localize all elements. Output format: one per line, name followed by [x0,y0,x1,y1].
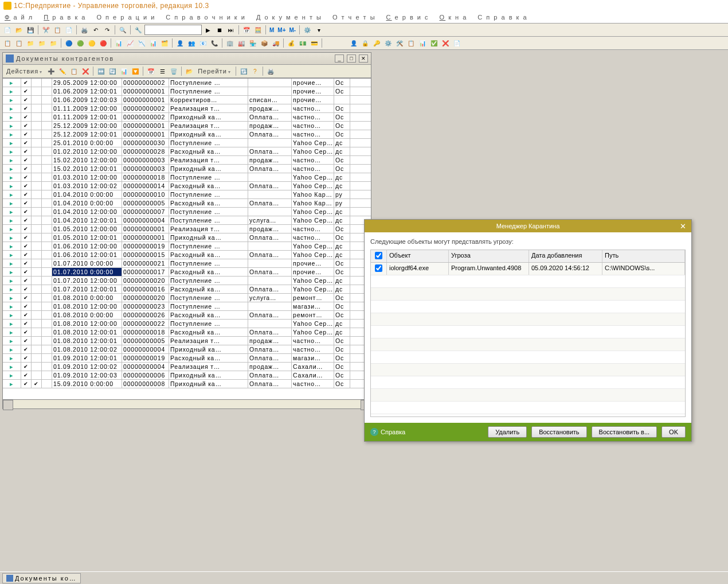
undo-icon[interactable]: ↶ [91,25,101,35]
table-row[interactable]: ▸✔01.08.2010 12:00:0100000000018Расходны… [3,328,371,337]
menu-windows[interactable]: О к н а [440,14,468,21]
tb2-10[interactable]: 📊 [113,38,124,48]
goto-dropdown[interactable]: Перейти [195,68,233,75]
tb2-31[interactable]: 🛠️ [394,38,405,48]
dtb-period-icon[interactable]: 📅 [146,66,156,76]
tb2-30[interactable]: ⚙️ [383,38,393,48]
tb2-29[interactable]: 🔑 [371,38,382,48]
table-row[interactable]: ▸✔01.08.2010 12:00:0000000000023Поступле… [3,302,371,311]
combo[interactable] [144,25,202,35]
dtb-filter-icon[interactable]: 📊 [119,66,129,76]
help-link[interactable]: ? Справка [370,428,405,436]
restore-to-button[interactable]: Восстановить в... [592,426,657,438]
table-row[interactable]: ▸✔01.08.2010 0:00:0000000000020Поступлен… [3,294,371,302]
modal-titlebar[interactable]: Менеджер Карантина ✕ [365,220,691,232]
arrow-icon[interactable]: ▾ [314,25,324,35]
tb2-1[interactable]: 📋 [2,38,13,48]
tb2-9[interactable]: 🔴 [98,38,108,48]
table-row[interactable]: ▸✔01.08.2010 12:00:0100000000005Реализац… [3,337,371,345]
tb2-13[interactable]: 📊 [148,38,158,48]
step-icon[interactable]: ⏭ [226,25,236,35]
tb2-2[interactable]: 📋 [14,38,24,48]
table-row[interactable]: ▸✔01.04.2010 12:00:0100000000004Поступле… [3,216,371,225]
dtb-print-icon[interactable]: 🖨️ [265,66,276,76]
table-row[interactable]: ▸✔01.06.2009 12:00:0100000000001Поступле… [3,87,371,96]
tb2-3[interactable]: 📁 [25,38,36,48]
dtb-copy-icon[interactable]: 📋 [69,66,79,76]
m-plus[interactable]: M+ [276,27,287,33]
table-row[interactable]: ▸✔01.05.2010 12:00:0100000000001Приходны… [3,233,371,242]
ok-button[interactable]: OK [662,426,686,438]
dtb-sort-icon[interactable]: 🔽 [130,66,140,76]
menu-help[interactable]: С п р а в к а [477,14,527,21]
q-col-object[interactable]: Объект [387,250,449,262]
tool-icon[interactable]: 🔧 [133,25,143,35]
dtb-goto-icon[interactable]: 📂 [184,66,194,76]
dtb-del-icon[interactable]: ❌ [80,66,91,76]
table-row[interactable]: ▸✔01.06.2010 12:00:0000000000019Поступле… [3,242,371,251]
gear-icon[interactable]: ⚙️ [302,25,312,35]
q-col-path[interactable]: Путь [602,250,685,262]
m-minus[interactable]: M- [288,27,298,33]
open-icon[interactable]: 📂 [14,25,24,35]
table-row[interactable]: ▸✔25.12.2009 12:00:0000000000001Реализац… [3,122,371,130]
q-row-check[interactable] [371,263,387,275]
dtb-edit-icon[interactable]: ✏️ [57,66,68,76]
menu-edit[interactable]: П р а в к а [44,14,86,21]
minimize-button[interactable]: _ [335,54,344,63]
menu-service[interactable]: С е р в и с [386,14,429,21]
table-row[interactable]: ▸✔01.06.2009 12:00:0300000000001Корректи… [3,96,371,104]
dtb-refresh-icon[interactable]: 🔄 [107,66,118,76]
delete-button[interactable]: Удалить [488,426,527,438]
tb2-5[interactable]: 📁 [48,38,58,48]
menu-file[interactable]: Ф а й л [5,14,33,21]
tb2-32[interactable]: 📋 [406,38,416,48]
table-row[interactable]: ▸✔01.05.2010 12:00:0000000000001Реализац… [3,225,371,233]
tb2-11[interactable]: 📈 [125,38,135,48]
doc-window-titlebar[interactable]: Документы контрагентов _ □ ✕ [3,53,371,65]
calc-icon[interactable]: 🧮 [253,25,263,35]
tb2-17[interactable]: 📧 [198,38,208,48]
tb2-4[interactable]: 📁 [37,38,47,48]
tb2-14[interactable]: 🗂️ [159,38,170,48]
restore-button[interactable]: Восстановить [531,426,586,438]
paste-icon[interactable]: 📄 [64,25,74,35]
modal-close-button[interactable]: ✕ [678,222,688,232]
table-row[interactable]: ▸✔01.07.2010 0:00:0000000000017Расходный… [3,268,371,277]
tb2-7[interactable]: 🟢 [75,38,85,48]
tb2-26[interactable]: 💳 [309,38,319,48]
tb2-8[interactable]: 🟡 [87,38,97,48]
tb2-12[interactable]: 📉 [136,38,147,48]
calendar-icon[interactable]: 📅 [241,25,252,35]
tb2-27[interactable]: 👤 [349,38,359,48]
save-icon[interactable]: 💾 [25,25,36,35]
table-row[interactable]: ▸✔01.11.2009 12:00:0000000000002Реализац… [3,104,371,113]
table-row[interactable]: ▸✔25.12.2009 12:00:0100000000001Приходны… [3,130,371,139]
dtb-clear-icon[interactable]: 🗑️ [169,66,179,76]
table-row[interactable]: ▸✔01.08.2010 12:00:0200000000004Приходны… [3,345,371,354]
q-col-date[interactable]: Дата добавления [529,250,602,262]
m-label[interactable]: M [268,27,275,33]
menu-refs[interactable]: С п р а в о ч н и к и [166,14,246,21]
horizontal-scrollbar[interactable] [3,399,371,408]
table-row[interactable]: ▸✔01.07.2010 12:00:0100000000016Расходны… [3,285,371,294]
select-all-checkbox[interactable] [375,252,382,259]
tb2-34[interactable]: ✅ [429,38,439,48]
table-row[interactable]: ▸✔01.06.2010 12:00:0100000000015Расходны… [3,251,371,259]
menu-ops[interactable]: О п е р а ц и и [96,14,155,21]
q-col-threat[interactable]: Угроза [449,250,529,262]
dtb-refresh2-icon[interactable]: 🔃 [238,66,249,76]
table-row[interactable]: ▸✔01.11.2009 12:00:0100000000002Приходны… [3,113,371,122]
tb2-16[interactable]: 👥 [186,38,197,48]
tb2-21[interactable]: 🏪 [248,38,258,48]
table-row[interactable]: ▸✔01.03.2010 12:00:0200000000014Расходны… [3,182,371,190]
tb2-19[interactable]: 🏢 [225,38,235,48]
search-icon[interactable]: 🔍 [118,25,128,35]
table-row[interactable]: ▸✔15.02.2010 12:00:0100000000003Приходны… [3,165,371,173]
table-row[interactable]: ▸✔01.03.2010 12:00:0000000000018Поступле… [3,173,371,182]
table-row[interactable]: ▸✔01.09.2010 12:00:0300000000006Приходны… [3,371,371,380]
redo-icon[interactable]: ↷ [102,25,112,35]
dtb-select-icon[interactable]: ☰ [157,66,167,76]
table-row[interactable]: ▸✔✔15.09.2010 0:00:0000000000008Приходны… [3,380,371,388]
tb2-25[interactable]: 💵 [298,38,308,48]
